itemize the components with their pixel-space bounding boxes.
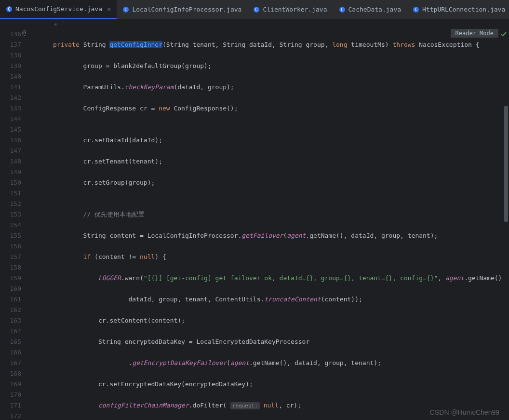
java-class-icon: C xyxy=(6,6,13,13)
line-num: 161 xyxy=(0,294,21,305)
line-num: 167 xyxy=(0,358,21,368)
override-icon[interactable]: @ xyxy=(22,29,26,36)
java-class-icon: C xyxy=(253,6,260,13)
line-num: 139 xyxy=(0,61,21,71)
tab-client-worker[interactable]: C ClientWorker.java xyxy=(247,0,333,19)
tab-label: HttpURLConnection.java xyxy=(422,6,505,13)
line-num: 162 xyxy=(0,305,21,315)
line-num: 137 xyxy=(0,40,21,50)
gutter-annotations: @ xyxy=(26,29,53,420)
line-num: 157 xyxy=(0,252,21,262)
tab-label: LocalConfigInfoProcessor.java xyxy=(132,6,241,13)
sub-toolbar: ⟐ ˅ xyxy=(0,19,509,29)
line-num: 171 xyxy=(0,400,21,411)
line-num: 163 xyxy=(0,315,21,326)
line-num: 164 xyxy=(0,326,21,337)
line-num: 158 xyxy=(0,262,21,273)
check-icon[interactable] xyxy=(500,31,507,39)
line-num: 153 xyxy=(0,209,21,220)
line-num: 144 xyxy=(0,114,21,124)
line-num: 169 xyxy=(0,379,21,390)
ai-assist-icon[interactable]: ⟐ ˅ xyxy=(54,21,64,27)
tab-label: CacheData.java xyxy=(348,6,402,13)
line-num: 150 xyxy=(0,177,21,188)
tab-label: ClientWorker.java xyxy=(263,6,327,13)
tab-cache-data[interactable]: C CacheData.java xyxy=(333,0,407,19)
watermark: CSDN @HumoChen99 xyxy=(430,408,499,416)
editor-area: Reader Mode 136 137 138 139 140 141 142 … xyxy=(0,29,509,420)
svg-text:C: C xyxy=(415,7,417,12)
line-num: 138 xyxy=(0,50,21,61)
line-num: 143 xyxy=(0,103,21,114)
line-num: 141 xyxy=(0,82,21,93)
svg-text:C: C xyxy=(255,7,258,12)
code-editor[interactable]: private String getConfigInner(String ten… xyxy=(53,29,509,420)
line-num: 159 xyxy=(0,273,21,284)
tab-nacos-config-service[interactable]: C NacosConfigService.java × xyxy=(0,0,117,19)
line-num: 154 xyxy=(0,220,21,230)
svg-text:C: C xyxy=(8,7,10,12)
line-num: 136 xyxy=(0,29,21,40)
line-number-gutter: 136 137 138 139 140 141 142 143 144 145 … xyxy=(0,29,26,420)
line-num: 140 xyxy=(0,71,21,82)
line-num: 166 xyxy=(0,347,21,358)
line-num: 142 xyxy=(0,93,21,103)
line-num: 146 xyxy=(0,135,21,146)
line-num: 172 xyxy=(0,411,21,420)
line-num: 152 xyxy=(0,199,21,209)
line-num: 165 xyxy=(0,337,21,347)
svg-text:C: C xyxy=(341,7,343,12)
line-num: 149 xyxy=(0,167,21,177)
reader-mode-badge[interactable]: Reader Mode xyxy=(451,29,498,38)
java-class-icon: C xyxy=(413,6,419,13)
tab-label: NacosConfigService.java xyxy=(15,5,102,13)
line-num: 147 xyxy=(0,146,21,156)
tab-local-config-info[interactable]: C LocalConfigInfoProcessor.java xyxy=(117,0,247,19)
scrollbar-thumb[interactable] xyxy=(504,106,508,222)
close-icon[interactable]: × xyxy=(107,5,111,13)
svg-text:C: C xyxy=(125,7,127,12)
scrollbar-track[interactable] xyxy=(503,29,509,420)
line-num: 168 xyxy=(0,368,21,379)
line-num: 151 xyxy=(0,188,21,199)
line-num: 160 xyxy=(0,284,21,294)
line-num: 155 xyxy=(0,230,21,241)
line-num: 170 xyxy=(0,390,21,400)
line-num: 156 xyxy=(0,241,21,252)
tab-http-url-connection[interactable]: C HttpURLConnection.java xyxy=(407,0,509,19)
line-num: 145 xyxy=(0,124,21,135)
tabs-bar: C NacosConfigService.java × C LocalConfi… xyxy=(0,0,509,19)
java-class-icon: C xyxy=(339,6,346,13)
line-num: 148 xyxy=(0,156,21,167)
java-class-icon: C xyxy=(122,6,129,13)
